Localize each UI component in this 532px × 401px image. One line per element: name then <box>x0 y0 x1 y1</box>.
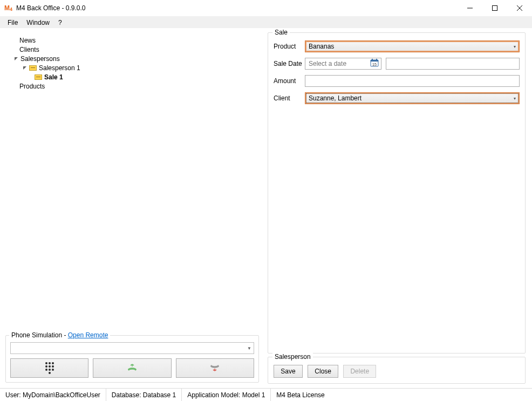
saledate-label: Sale Date <box>274 60 305 67</box>
calendar-icon: 15 <box>370 59 379 69</box>
client-combo[interactable]: Suzanne, Lambert ▾ <box>305 92 520 104</box>
saledate-placeholder: Select a date <box>309 60 346 67</box>
card-icon <box>29 65 37 71</box>
tree-item-label: Clients <box>19 46 39 53</box>
svg-rect-9 <box>376 59 377 60</box>
status-bar: User: MyDomain\BackOfficeUser Database: … <box>0 388 532 401</box>
tree-item-label: Sale 1 <box>44 73 63 81</box>
menu-help[interactable]: ? <box>54 18 66 28</box>
row-client: Client Suzanne, Lambert ▾ <box>274 92 520 104</box>
menu-window[interactable]: Window <box>22 18 54 28</box>
sale-group-label: Sale <box>272 29 290 36</box>
tree-item-label: Products <box>19 83 45 90</box>
amount-input[interactable] <box>305 75 520 87</box>
hangup-icon <box>209 363 221 374</box>
right-pane: Sale Product Bananas ▾ Sale Date Select … <box>264 28 532 388</box>
client-value: Suzanne, Lambert <box>309 94 362 102</box>
title-bar: M 4 M4 Back Office - 0.9.0.0 <box>0 0 532 16</box>
navigation-tree: News Clients Salespersons Salesperson 1 <box>4 32 260 334</box>
save-label: Save <box>281 368 295 375</box>
status-database: Database: Database 1 <box>106 389 182 401</box>
delete-button: Delete <box>343 365 376 378</box>
chevron-down-icon: ▾ <box>514 44 516 49</box>
svg-text:15: 15 <box>372 63 377 66</box>
app-logo-icon: M 4 <box>4 4 13 12</box>
maximize-button[interactable] <box>482 0 507 16</box>
product-label: Product <box>274 43 305 50</box>
tree-item-products[interactable]: Products <box>9 81 256 91</box>
tree-item-news[interactable]: News <box>9 36 256 45</box>
phone-target-combo[interactable]: ▼ <box>10 342 254 354</box>
expander-icon[interactable] <box>22 65 28 71</box>
tree-item-clients[interactable]: Clients <box>9 45 256 54</box>
tree-item-salespersons[interactable]: Salespersons <box>9 54 256 63</box>
action-buttons: Save Close Delete <box>274 365 520 378</box>
svg-text:M: M <box>4 4 10 12</box>
delete-label: Delete <box>350 368 369 375</box>
row-saledate: Sale Date Select a date 15 <box>274 58 520 70</box>
keypad-button[interactable] <box>10 358 88 378</box>
svg-rect-8 <box>372 59 373 60</box>
open-remote-link[interactable]: Open Remote <box>68 331 108 339</box>
amount-label: Amount <box>274 77 305 85</box>
client-label: Client <box>274 94 305 102</box>
row-amount: Amount <box>274 75 520 87</box>
status-appmodel: Application Model: Model 1 <box>182 389 271 401</box>
svg-rect-3 <box>493 6 497 11</box>
hangup-button[interactable] <box>176 358 254 378</box>
phone-buttons <box>10 358 254 378</box>
menu-file[interactable]: File <box>3 18 22 28</box>
close-label: Close <box>315 368 331 375</box>
keypad-icon <box>45 362 54 374</box>
svg-text:4: 4 <box>10 6 12 12</box>
window-controls <box>458 0 532 16</box>
card-icon <box>35 74 42 80</box>
tree-item-sale1[interactable]: Sale 1 <box>9 72 256 81</box>
save-button[interactable]: Save <box>274 365 303 378</box>
phone-group-prefix: Phone Simulation - <box>11 331 68 339</box>
tree-item-label: Salesperson 1 <box>39 64 80 72</box>
row-product: Product Bananas ▾ <box>274 40 520 52</box>
menu-bar: File Window ? <box>0 16 532 28</box>
close-button[interactable] <box>507 0 532 16</box>
phone-simulation-group: Phone Simulation - Open Remote ▼ <box>5 335 259 383</box>
status-user: User: MyDomain\BackOfficeUser <box>0 389 106 401</box>
call-button[interactable] <box>93 358 171 378</box>
left-pane: News Clients Salespersons Salesperson 1 <box>0 28 264 388</box>
call-icon <box>126 363 138 374</box>
window-title: M4 Back Office - 0.9.0.0 <box>16 4 458 12</box>
close-editor-button[interactable]: Close <box>308 365 338 378</box>
tree-item-label: Salespersons <box>21 55 60 63</box>
chevron-down-icon: ▾ <box>514 96 516 101</box>
status-license: M4 Beta License <box>271 389 330 401</box>
saledate-aux-input[interactable] <box>386 58 520 70</box>
tree-item-label: News <box>19 37 36 44</box>
minimize-button[interactable] <box>458 0 482 16</box>
phone-group-label: Phone Simulation - Open Remote <box>9 331 110 339</box>
product-value: Bananas <box>309 43 334 50</box>
chevron-down-icon: ▼ <box>247 346 251 351</box>
salesperson-group: Salesperson Save Close Delete <box>268 357 526 384</box>
main-area: News Clients Salespersons Salesperson 1 <box>0 28 532 388</box>
saledate-picker[interactable]: Select a date 15 <box>305 58 381 70</box>
sale-group: Sale Product Bananas ▾ Sale Date Select … <box>268 32 526 354</box>
expander-icon[interactable] <box>13 56 19 62</box>
product-combo[interactable]: Bananas ▾ <box>305 40 520 52</box>
salesperson-group-label: Salesperson <box>272 353 313 361</box>
tree-item-salesperson1[interactable]: Salesperson 1 <box>9 63 256 72</box>
